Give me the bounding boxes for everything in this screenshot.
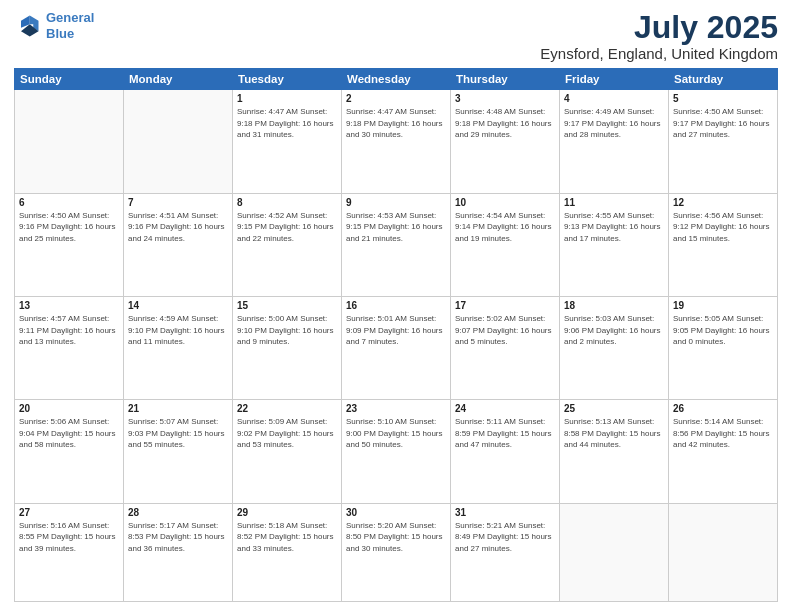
day-number: 13 (19, 300, 119, 311)
table-row (560, 503, 669, 601)
day-number: 7 (128, 197, 228, 208)
day-detail: Sunrise: 5:20 AM Sunset: 8:50 PM Dayligh… (346, 520, 446, 555)
table-row: 14Sunrise: 4:59 AM Sunset: 9:10 PM Dayli… (124, 296, 233, 399)
table-row: 3Sunrise: 4:48 AM Sunset: 9:18 PM Daylig… (451, 90, 560, 193)
table-row: 5Sunrise: 4:50 AM Sunset: 9:17 PM Daylig… (669, 90, 778, 193)
table-row: 29Sunrise: 5:18 AM Sunset: 8:52 PM Dayli… (233, 503, 342, 601)
day-number: 28 (128, 507, 228, 518)
table-row: 10Sunrise: 4:54 AM Sunset: 9:14 PM Dayli… (451, 193, 560, 296)
day-number: 10 (455, 197, 555, 208)
day-detail: Sunrise: 4:50 AM Sunset: 9:16 PM Dayligh… (19, 210, 119, 245)
table-row (669, 503, 778, 601)
day-detail: Sunrise: 5:16 AM Sunset: 8:55 PM Dayligh… (19, 520, 119, 555)
day-detail: Sunrise: 5:09 AM Sunset: 9:02 PM Dayligh… (237, 416, 337, 451)
day-detail: Sunrise: 5:11 AM Sunset: 8:59 PM Dayligh… (455, 416, 555, 451)
table-row: 30Sunrise: 5:20 AM Sunset: 8:50 PM Dayli… (342, 503, 451, 601)
table-row: 24Sunrise: 5:11 AM Sunset: 8:59 PM Dayli… (451, 400, 560, 503)
day-number: 3 (455, 93, 555, 104)
logo-icon (14, 12, 42, 40)
day-number: 30 (346, 507, 446, 518)
table-row (15, 90, 124, 193)
table-row: 8Sunrise: 4:52 AM Sunset: 9:15 PM Daylig… (233, 193, 342, 296)
table-row: 23Sunrise: 5:10 AM Sunset: 9:00 PM Dayli… (342, 400, 451, 503)
col-thursday: Thursday (451, 69, 560, 90)
page: General Blue July 2025 Eynsford, England… (0, 0, 792, 612)
calendar-week-row: 13Sunrise: 4:57 AM Sunset: 9:11 PM Dayli… (15, 296, 778, 399)
day-number: 9 (346, 197, 446, 208)
day-number: 14 (128, 300, 228, 311)
day-detail: Sunrise: 5:17 AM Sunset: 8:53 PM Dayligh… (128, 520, 228, 555)
table-row: 25Sunrise: 5:13 AM Sunset: 8:58 PM Dayli… (560, 400, 669, 503)
day-number: 8 (237, 197, 337, 208)
day-number: 20 (19, 403, 119, 414)
table-row (124, 90, 233, 193)
day-detail: Sunrise: 5:03 AM Sunset: 9:06 PM Dayligh… (564, 313, 664, 348)
table-row: 11Sunrise: 4:55 AM Sunset: 9:13 PM Dayli… (560, 193, 669, 296)
col-tuesday: Tuesday (233, 69, 342, 90)
col-wednesday: Wednesday (342, 69, 451, 90)
day-number: 21 (128, 403, 228, 414)
day-number: 5 (673, 93, 773, 104)
day-detail: Sunrise: 5:14 AM Sunset: 8:56 PM Dayligh… (673, 416, 773, 451)
day-number: 22 (237, 403, 337, 414)
table-row: 4Sunrise: 4:49 AM Sunset: 9:17 PM Daylig… (560, 90, 669, 193)
day-number: 19 (673, 300, 773, 311)
calendar-table: Sunday Monday Tuesday Wednesday Thursday… (14, 68, 778, 602)
table-row: 27Sunrise: 5:16 AM Sunset: 8:55 PM Dayli… (15, 503, 124, 601)
day-number: 11 (564, 197, 664, 208)
calendar-week-row: 20Sunrise: 5:06 AM Sunset: 9:04 PM Dayli… (15, 400, 778, 503)
day-number: 17 (455, 300, 555, 311)
title-block: July 2025 Eynsford, England, United King… (540, 10, 778, 62)
day-detail: Sunrise: 4:47 AM Sunset: 9:18 PM Dayligh… (346, 106, 446, 141)
day-detail: Sunrise: 4:48 AM Sunset: 9:18 PM Dayligh… (455, 106, 555, 141)
day-number: 31 (455, 507, 555, 518)
day-detail: Sunrise: 4:57 AM Sunset: 9:11 PM Dayligh… (19, 313, 119, 348)
table-row: 19Sunrise: 5:05 AM Sunset: 9:05 PM Dayli… (669, 296, 778, 399)
day-detail: Sunrise: 4:49 AM Sunset: 9:17 PM Dayligh… (564, 106, 664, 141)
table-row: 15Sunrise: 5:00 AM Sunset: 9:10 PM Dayli… (233, 296, 342, 399)
day-detail: Sunrise: 5:07 AM Sunset: 9:03 PM Dayligh… (128, 416, 228, 451)
day-number: 1 (237, 93, 337, 104)
day-number: 18 (564, 300, 664, 311)
calendar-week-row: 1Sunrise: 4:47 AM Sunset: 9:18 PM Daylig… (15, 90, 778, 193)
day-detail: Sunrise: 5:21 AM Sunset: 8:49 PM Dayligh… (455, 520, 555, 555)
table-row: 13Sunrise: 4:57 AM Sunset: 9:11 PM Dayli… (15, 296, 124, 399)
table-row: 17Sunrise: 5:02 AM Sunset: 9:07 PM Dayli… (451, 296, 560, 399)
day-detail: Sunrise: 4:50 AM Sunset: 9:17 PM Dayligh… (673, 106, 773, 141)
day-detail: Sunrise: 4:59 AM Sunset: 9:10 PM Dayligh… (128, 313, 228, 348)
logo-line1: General (46, 10, 94, 25)
col-saturday: Saturday (669, 69, 778, 90)
day-number: 12 (673, 197, 773, 208)
table-row: 26Sunrise: 5:14 AM Sunset: 8:56 PM Dayli… (669, 400, 778, 503)
col-monday: Monday (124, 69, 233, 90)
calendar-week-row: 27Sunrise: 5:16 AM Sunset: 8:55 PM Dayli… (15, 503, 778, 601)
day-detail: Sunrise: 5:10 AM Sunset: 9:00 PM Dayligh… (346, 416, 446, 451)
table-row: 6Sunrise: 4:50 AM Sunset: 9:16 PM Daylig… (15, 193, 124, 296)
day-detail: Sunrise: 4:54 AM Sunset: 9:14 PM Dayligh… (455, 210, 555, 245)
header: General Blue July 2025 Eynsford, England… (14, 10, 778, 62)
table-row: 21Sunrise: 5:07 AM Sunset: 9:03 PM Dayli… (124, 400, 233, 503)
day-detail: Sunrise: 4:52 AM Sunset: 9:15 PM Dayligh… (237, 210, 337, 245)
calendar-header-row: Sunday Monday Tuesday Wednesday Thursday… (15, 69, 778, 90)
day-number: 6 (19, 197, 119, 208)
day-detail: Sunrise: 5:05 AM Sunset: 9:05 PM Dayligh… (673, 313, 773, 348)
table-row: 9Sunrise: 4:53 AM Sunset: 9:15 PM Daylig… (342, 193, 451, 296)
day-number: 2 (346, 93, 446, 104)
table-row: 2Sunrise: 4:47 AM Sunset: 9:18 PM Daylig… (342, 90, 451, 193)
logo-text: General Blue (46, 10, 94, 41)
day-number: 25 (564, 403, 664, 414)
table-row: 22Sunrise: 5:09 AM Sunset: 9:02 PM Dayli… (233, 400, 342, 503)
table-row: 20Sunrise: 5:06 AM Sunset: 9:04 PM Dayli… (15, 400, 124, 503)
day-detail: Sunrise: 5:06 AM Sunset: 9:04 PM Dayligh… (19, 416, 119, 451)
day-number: 26 (673, 403, 773, 414)
table-row: 7Sunrise: 4:51 AM Sunset: 9:16 PM Daylig… (124, 193, 233, 296)
table-row: 31Sunrise: 5:21 AM Sunset: 8:49 PM Dayli… (451, 503, 560, 601)
logo-line2: Blue (46, 26, 74, 41)
table-row: 1Sunrise: 4:47 AM Sunset: 9:18 PM Daylig… (233, 90, 342, 193)
day-detail: Sunrise: 5:02 AM Sunset: 9:07 PM Dayligh… (455, 313, 555, 348)
table-row: 28Sunrise: 5:17 AM Sunset: 8:53 PM Dayli… (124, 503, 233, 601)
table-row: 12Sunrise: 4:56 AM Sunset: 9:12 PM Dayli… (669, 193, 778, 296)
calendar-title: July 2025 (540, 10, 778, 45)
day-detail: Sunrise: 5:01 AM Sunset: 9:09 PM Dayligh… (346, 313, 446, 348)
day-number: 15 (237, 300, 337, 311)
